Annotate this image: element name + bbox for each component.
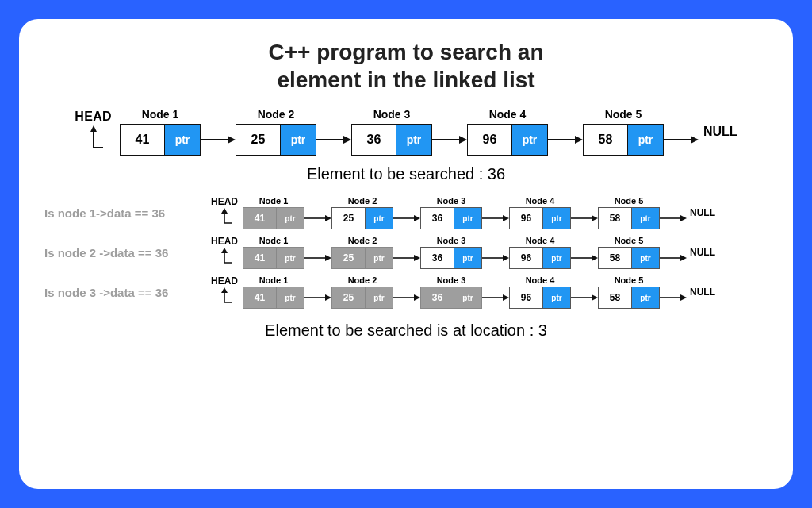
node-box: 36 ptr xyxy=(420,247,482,269)
arrow-icon xyxy=(664,124,699,156)
step-row-2: Is node 2 ->data == 36 HEAD Node 1 41 pt… xyxy=(44,236,768,269)
step-question: Is node 3 ->data == 36 xyxy=(44,286,211,299)
head-pointer: HEAD xyxy=(75,110,112,156)
node-data: 25 xyxy=(332,248,366,268)
linked-list-step: HEAD Node 1 41 ptr Node 2 25 ptr No xyxy=(211,275,715,309)
node-box: 58 ptr xyxy=(598,247,660,269)
node-data: 41 xyxy=(243,248,277,268)
node-label: Node 2 xyxy=(348,236,377,245)
node-ptr: ptr xyxy=(628,125,663,155)
node-3: Node 3 36 ptr xyxy=(420,236,482,269)
node-data: 96 xyxy=(468,125,512,155)
node-5: Node 5 58 ptr xyxy=(598,275,660,309)
step-question: Is node 1->data == 36 xyxy=(44,206,211,220)
null-label: NULL xyxy=(703,125,737,139)
arrow-icon xyxy=(482,207,509,229)
arrow-icon xyxy=(482,247,509,269)
arrow-icon xyxy=(304,287,331,309)
node-4: Node 4 96 ptr xyxy=(509,196,571,229)
node-ptr: ptr xyxy=(165,125,200,155)
node-ptr: ptr xyxy=(512,125,547,155)
result-text: Element to be searched is at location : … xyxy=(44,321,768,340)
node-data: 25 xyxy=(236,125,281,155)
node-2: Node 2 25 ptr xyxy=(331,196,393,229)
arrow-icon xyxy=(660,247,687,269)
node-label: Node 2 xyxy=(348,196,377,206)
node-5: Node 5 58 ptr xyxy=(583,108,664,156)
node-data: 58 xyxy=(599,208,632,229)
node-data: 41 xyxy=(243,208,277,229)
head-arrow-icon xyxy=(216,287,233,309)
node-data: 36 xyxy=(421,287,454,308)
node-1: Node 1 41 ptr xyxy=(120,108,201,156)
node-ptr: ptr xyxy=(543,208,570,229)
node-label: Node 4 xyxy=(489,108,527,121)
arrow-icon xyxy=(393,247,420,269)
node-box: 25 ptr xyxy=(236,124,316,156)
node-ptr: ptr xyxy=(454,208,481,229)
head-arrow-icon xyxy=(82,124,105,156)
node-label: Node 1 xyxy=(259,196,289,206)
node-label: Node 5 xyxy=(615,196,644,206)
arrow-icon xyxy=(304,247,331,269)
node-ptr: ptr xyxy=(366,287,393,308)
node-2: Node 2 25 ptr xyxy=(236,108,316,156)
node-ptr: ptr xyxy=(277,248,304,268)
node-data: 36 xyxy=(421,248,454,268)
arrow-icon xyxy=(316,124,351,156)
node-5: Node 5 58 ptr xyxy=(598,236,660,269)
node-3: Node 3 36 ptr xyxy=(420,196,482,229)
diagram-card: C++ program to search an element in the … xyxy=(19,19,793,489)
search-target-text: Element to be searched : 36 xyxy=(44,165,768,183)
head-arrow-icon xyxy=(216,247,233,269)
node-box: 41 ptr xyxy=(120,124,201,156)
node-box: 58 ptr xyxy=(583,124,664,156)
node-data: 96 xyxy=(510,208,543,229)
node-label: Node 1 xyxy=(259,275,289,285)
node-ptr: ptr xyxy=(396,125,431,155)
node-box: 25 ptr xyxy=(331,207,393,229)
node-label: Node 3 xyxy=(437,236,466,245)
node-label: Node 5 xyxy=(605,108,642,121)
arrow-icon xyxy=(393,287,420,309)
title-line-1: C++ program to search an xyxy=(268,40,543,64)
node-label: Node 1 xyxy=(142,108,179,121)
node-1: Node 1 41 ptr xyxy=(243,275,304,309)
head-arrow-icon xyxy=(216,207,233,229)
head-pointer: HEAD xyxy=(211,236,238,269)
step-question: Is node 2 ->data == 36 xyxy=(44,246,211,260)
node-ptr: ptr xyxy=(281,125,316,155)
node-data: 25 xyxy=(332,287,366,308)
node-data: 58 xyxy=(599,287,632,308)
node-ptr: ptr xyxy=(543,248,570,268)
node-label: Node 3 xyxy=(437,275,466,285)
node-data: 41 xyxy=(243,287,277,308)
head-label: HEAD xyxy=(211,275,238,287)
step-row-1: Is node 1->data == 36 HEAD Node 1 41 ptr… xyxy=(44,196,768,229)
head-pointer: HEAD xyxy=(211,196,238,229)
node-5: Node 5 58 ptr xyxy=(598,196,660,229)
node-ptr: ptr xyxy=(277,287,304,308)
node-data: 25 xyxy=(332,208,366,229)
linked-list-main: HEAD Node 1 41 ptr Node 2 25 ptr xyxy=(44,108,768,156)
node-2: Node 2 25 ptr xyxy=(331,275,393,309)
null-label: NULL xyxy=(690,207,715,218)
node-label: Node 5 xyxy=(615,275,644,285)
node-box: 96 ptr xyxy=(509,247,571,269)
node-data: 41 xyxy=(121,125,165,155)
arrow-icon xyxy=(482,287,509,309)
arrow-icon xyxy=(660,207,687,229)
step-row-3: Is node 3 ->data == 36 HEAD Node 1 41 pt… xyxy=(44,275,768,309)
node-3: Node 3 36 ptr xyxy=(420,275,482,309)
node-4: Node 4 96 ptr xyxy=(467,108,548,156)
node-box: 96 ptr xyxy=(509,207,571,229)
arrow-icon xyxy=(201,124,236,156)
node-data: 36 xyxy=(352,125,396,155)
arrow-icon xyxy=(304,207,331,229)
node-label: Node 1 xyxy=(259,236,289,245)
node-box: 36 ptr xyxy=(420,207,482,229)
node-box: 58 ptr xyxy=(598,207,660,229)
node-label: Node 5 xyxy=(615,236,644,245)
node-ptr: ptr xyxy=(632,248,659,268)
node-data: 58 xyxy=(599,248,632,268)
